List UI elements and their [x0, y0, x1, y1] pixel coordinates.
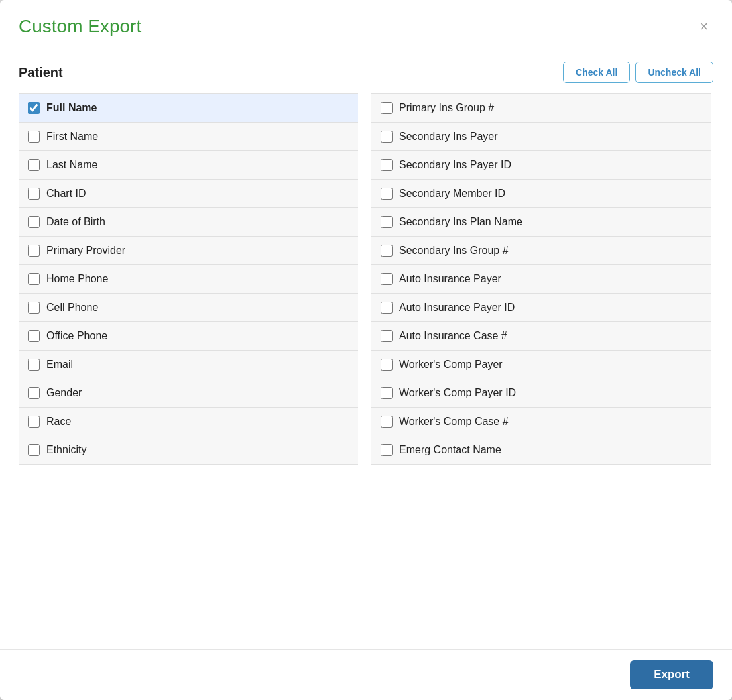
list-item[interactable]: Gender [19, 379, 358, 408]
checkbox-label-last_name: Last Name [46, 159, 97, 171]
checkbox-gender[interactable] [28, 387, 40, 399]
uncheck-all-button[interactable]: Uncheck All [635, 62, 713, 83]
right-column: Primary Ins Group #Secondary Ins PayerSe… [371, 93, 711, 636]
checkbox-label-primary_provider: Primary Provider [46, 245, 125, 257]
checkbox-workers_comp_payer_id[interactable] [381, 387, 393, 399]
checkbox-email[interactable] [28, 359, 40, 371]
list-item[interactable]: Worker's Comp Payer ID [371, 379, 711, 408]
list-item[interactable]: Ethnicity [19, 436, 358, 465]
checkbox-secondary_ins_payer_id[interactable] [381, 159, 393, 171]
checkbox-home_phone[interactable] [28, 273, 40, 285]
list-item[interactable]: Office Phone [19, 322, 358, 351]
list-item[interactable]: Chart ID [19, 180, 358, 208]
modal-header: Custom Export × [0, 0, 732, 48]
checkbox-label-office_phone: Office Phone [46, 330, 107, 342]
checkbox-auto_insurance_case[interactable] [381, 330, 393, 342]
modal-footer: Export [0, 649, 732, 700]
list-item[interactable]: Race [19, 408, 358, 436]
checkbox-label-auto_insurance_case: Auto Insurance Case # [399, 330, 507, 342]
checkbox-label-ethnicity: Ethnicity [46, 444, 86, 456]
check-all-button[interactable]: Check All [563, 62, 630, 83]
checkbox-secondary_ins_plan_name[interactable] [381, 216, 393, 228]
checkbox-primary_provider[interactable] [28, 245, 40, 257]
checkbox-workers_comp_payer[interactable] [381, 359, 393, 371]
list-item[interactable]: Auto Insurance Case # [371, 322, 711, 351]
checkbox-label-full_name: Full Name [46, 102, 97, 114]
checkbox-label-email: Email [46, 359, 73, 371]
modal-body: Patient Check All Uncheck All Full NameF… [0, 48, 732, 649]
checkbox-label-secondary_ins_payer_id: Secondary Ins Payer ID [399, 159, 511, 171]
list-item[interactable]: Worker's Comp Case # [371, 408, 711, 436]
list-item[interactable]: Date of Birth [19, 208, 358, 237]
checkbox-label-home_phone: Home Phone [46, 273, 108, 285]
list-item[interactable]: Home Phone [19, 265, 358, 294]
custom-export-modal: Custom Export × Patient Check All Unchec… [0, 0, 732, 700]
checkbox-last_name[interactable] [28, 159, 40, 171]
checkbox-race[interactable] [28, 416, 40, 428]
checkbox-chart_id[interactable] [28, 188, 40, 200]
checkbox-label-emerg_contact_name: Emerg Contact Name [399, 444, 501, 456]
checkbox-auto_insurance_payer_id[interactable] [381, 302, 393, 314]
list-item[interactable]: Last Name [19, 151, 358, 180]
checkbox-cell_phone[interactable] [28, 302, 40, 314]
checkbox-label-workers_comp_case: Worker's Comp Case # [399, 416, 509, 428]
list-item[interactable]: Secondary Member ID [371, 180, 711, 208]
export-button[interactable]: Export [630, 660, 713, 689]
checkbox-auto_insurance_payer[interactable] [381, 273, 393, 285]
checkbox-emerg_contact_name[interactable] [381, 444, 393, 456]
checkbox-label-auto_insurance_payer_id: Auto Insurance Payer ID [399, 302, 515, 314]
checkbox-label-race: Race [46, 416, 71, 428]
list-item[interactable]: Secondary Ins Payer [371, 123, 711, 151]
checkbox-full_name[interactable] [28, 102, 40, 114]
list-item[interactable]: Cell Phone [19, 294, 358, 322]
checkbox-label-first_name: First Name [46, 131, 98, 143]
section-header: Patient Check All Uncheck All [19, 62, 713, 83]
left-column: Full NameFirst NameLast NameChart IDDate… [19, 93, 358, 636]
checkbox-secondary_ins_group[interactable] [381, 245, 393, 257]
checkbox-label-cell_phone: Cell Phone [46, 302, 98, 314]
section-title: Patient [19, 65, 63, 80]
list-item[interactable]: Emerg Contact Name [371, 436, 711, 465]
checkbox-first_name[interactable] [28, 131, 40, 143]
checkbox-secondary_member_id[interactable] [381, 188, 393, 200]
checkbox-label-secondary_ins_plan_name: Secondary Ins Plan Name [399, 216, 522, 228]
checkbox-label-chart_id: Chart ID [46, 188, 86, 200]
checkbox-label-auto_insurance_payer: Auto Insurance Payer [399, 273, 501, 285]
checkbox-office_phone[interactable] [28, 330, 40, 342]
checkbox-ethnicity[interactable] [28, 444, 40, 456]
list-item[interactable]: Primary Provider [19, 237, 358, 265]
checkbox-label-primary_ins_group: Primary Ins Group # [399, 102, 494, 114]
list-item[interactable]: Full Name [19, 93, 358, 123]
list-item[interactable]: Secondary Ins Payer ID [371, 151, 711, 180]
list-item[interactable]: Email [19, 351, 358, 379]
list-item[interactable]: Auto Insurance Payer ID [371, 294, 711, 322]
checkbox-secondary_ins_payer[interactable] [381, 131, 393, 143]
checkbox-primary_ins_group[interactable] [381, 102, 393, 114]
checkbox-label-secondary_ins_group: Secondary Ins Group # [399, 245, 509, 257]
modal-title: Custom Export [19, 16, 141, 37]
checkbox-label-gender: Gender [46, 387, 82, 399]
list-item[interactable]: Secondary Ins Plan Name [371, 208, 711, 237]
list-item[interactable]: First Name [19, 123, 358, 151]
list-item[interactable]: Worker's Comp Payer [371, 351, 711, 379]
checkbox-label-secondary_ins_payer: Secondary Ins Payer [399, 131, 498, 143]
checkbox-label-secondary_member_id: Secondary Member ID [399, 188, 505, 200]
checkbox-label-workers_comp_payer_id: Worker's Comp Payer ID [399, 387, 516, 399]
close-button[interactable]: × [694, 17, 713, 36]
list-item[interactable]: Primary Ins Group # [371, 93, 711, 123]
checkbox-label-date_of_birth: Date of Birth [46, 216, 105, 228]
list-item[interactable]: Secondary Ins Group # [371, 237, 711, 265]
list-item[interactable]: Auto Insurance Payer [371, 265, 711, 294]
checkbox-workers_comp_case[interactable] [381, 416, 393, 428]
action-buttons: Check All Uncheck All [563, 62, 713, 83]
checkbox-date_of_birth[interactable] [28, 216, 40, 228]
checkbox-label-workers_comp_payer: Worker's Comp Payer [399, 359, 503, 371]
